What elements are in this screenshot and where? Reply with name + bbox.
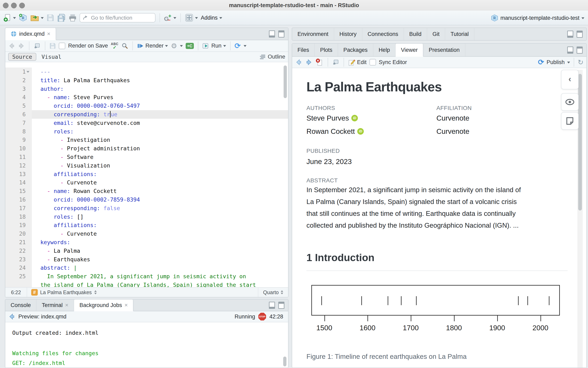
job-output[interactable]: Output created: index.htmlWatching files… [5,322,288,368]
minimize-panel-icon[interactable] [567,31,573,38]
file-format-selector[interactable]: Quarto [258,288,288,297]
code-line[interactable]: 21keywords: [5,238,288,247]
code-line[interactable]: 3author: [5,85,288,93]
tab-plots[interactable]: Plots [315,44,338,56]
code-line[interactable]: 9 - Investigation [5,136,288,144]
tab-help[interactable]: Help [373,44,396,56]
print-button[interactable] [69,14,77,22]
orcid-icon[interactable]: iD [357,128,364,135]
code-line[interactable]: 10 - Project administration [5,144,288,153]
orcid-icon[interactable]: iD [351,115,358,121]
close-tab-icon[interactable]: × [47,31,50,37]
gear-icon[interactable]: ⚙ [171,42,177,49]
code-line[interactable]: 24abstract: | [5,264,288,272]
tab-git[interactable]: Git [427,28,445,40]
stop-job-icon[interactable]: STOP [258,313,266,321]
code-line[interactable]: 7 email: steve@curvenote.com [5,119,288,127]
render-on-save-checkbox[interactable] [59,43,65,49]
render-button[interactable]: Render [137,42,168,49]
back-icon[interactable] [295,59,302,66]
console-scrollbar[interactable] [283,357,286,366]
forward-icon[interactable] [18,42,25,49]
close-tab-icon[interactable]: × [65,302,68,308]
new-file-button[interactable] [3,14,16,22]
code-line[interactable]: 6 corresponding: true [5,110,288,119]
editor-scrollbar[interactable] [284,65,287,98]
code-line[interactable]: 20 - Curvenote [5,230,288,238]
code-line[interactable]: 12 - Visualization [5,161,288,170]
rerun-icon[interactable]: ⟳ [235,42,241,50]
code-line[interactable]: 4 - name: Steve Purves [5,93,288,101]
addins-button[interactable]: Addins [201,15,222,21]
tab-build[interactable]: Build [404,28,427,40]
maximize-panel-icon[interactable] [577,46,583,54]
open-file-button[interactable] [30,14,44,22]
popout-window-icon[interactable] [33,42,41,50]
tab-files[interactable]: Files [292,44,315,56]
back-icon[interactable] [8,313,16,320]
tab-packages[interactable]: Packages [338,44,373,56]
code-line[interactable]: 1--- [5,67,288,76]
minimize-panel-icon[interactable] [269,30,275,37]
save-button[interactable] [46,14,54,22]
tab-history[interactable]: History [334,28,362,40]
tab-connections[interactable]: Connections [362,28,404,40]
code-line[interactable]: 22 - La Palma [5,247,288,255]
publish-button[interactable]: Publish [547,59,565,65]
save-icon[interactable] [49,43,56,49]
version-control-button[interactable]: G+− [164,14,176,22]
save-all-button[interactable] [57,14,66,22]
tab-terminal[interactable]: Terminal × [37,299,74,311]
goto-file-search[interactable] [80,13,156,22]
minimize-panel-icon[interactable] [269,302,275,309]
visual-mode-button[interactable]: Visual [38,53,65,60]
sync-editor-checkbox[interactable] [369,59,376,65]
code-line[interactable]: 19 affiliations: [5,221,288,230]
code-line[interactable]: 15 - name: Rowan Cockett [5,187,288,195]
search-icon[interactable] [121,42,128,49]
symbol-selector[interactable]: # La Palma Earthquakes [27,288,258,297]
code-line[interactable]: 14 - Curvenote [5,178,288,187]
close-tab-icon[interactable]: × [124,302,128,308]
tab-index-qmd[interactable]: index.qmd × [5,28,56,40]
eye-button[interactable] [561,93,579,111]
code-line[interactable]: 16 orcid: 0000-0002-7859-8394 [5,195,288,204]
refresh-icon[interactable]: ↻ [578,59,584,66]
code-line[interactable]: 2title: La Palma Earthquakes [5,76,288,85]
project-selector[interactable]: R manuscript-template-rstudio-test [491,11,584,25]
tab-environment[interactable]: Environment [292,28,334,40]
back-icon[interactable] [8,42,15,49]
fold-arrow-icon[interactable] [27,71,29,74]
insert-chunk-icon[interactable]: +C [186,43,194,49]
tab-console[interactable]: Console [5,299,37,311]
collapse-button[interactable]: ‹ [561,70,579,89]
code-line[interactable]: the island of La Palma (Canary Islands, … [5,281,288,288]
tab-background-jobs[interactable]: Background Jobs × [74,299,133,311]
minimize-panel-icon[interactable] [567,46,573,54]
tab-tutorial[interactable]: Tutorial [445,28,474,40]
viewer-scrollbar[interactable] [578,74,582,211]
code-line[interactable]: 11 - Software [5,153,288,161]
note-button[interactable] [561,112,579,130]
source-mode-button[interactable]: Source [8,53,36,61]
new-project-button[interactable]: R [19,13,27,22]
goto-file-input[interactable] [91,15,153,21]
code-line[interactable]: 5 orcid: 0000-0002-0760-5497 [5,101,288,110]
workspace-panes-button[interactable] [185,13,198,22]
clear-viewer-icon[interactable] [315,58,324,66]
code-line[interactable]: 17 corresponding: false [5,204,288,212]
tab-presentation[interactable]: Presentation [423,44,465,56]
forward-icon[interactable] [305,59,312,66]
run-button[interactable]: Run [202,43,226,49]
popout-window-icon[interactable] [332,59,340,66]
maximize-panel-icon[interactable] [278,30,285,37]
code-line[interactable]: 8 roles: [5,127,288,136]
code-editor[interactable]: 1---2title: La Palma Earthquakes3author:… [5,62,288,288]
code-line[interactable]: 25 In September 2021, a significant jump… [5,272,288,281]
outline-button[interactable]: Outline [259,54,285,60]
spellcheck-icon[interactable]: ABC✓ [111,42,119,49]
edit-button[interactable]: Edit [348,59,367,66]
maximize-panel-icon[interactable] [577,31,583,38]
code-line[interactable]: 23 - Earthquakes [5,255,288,264]
code-line[interactable]: 13 affiliations: [5,170,288,178]
